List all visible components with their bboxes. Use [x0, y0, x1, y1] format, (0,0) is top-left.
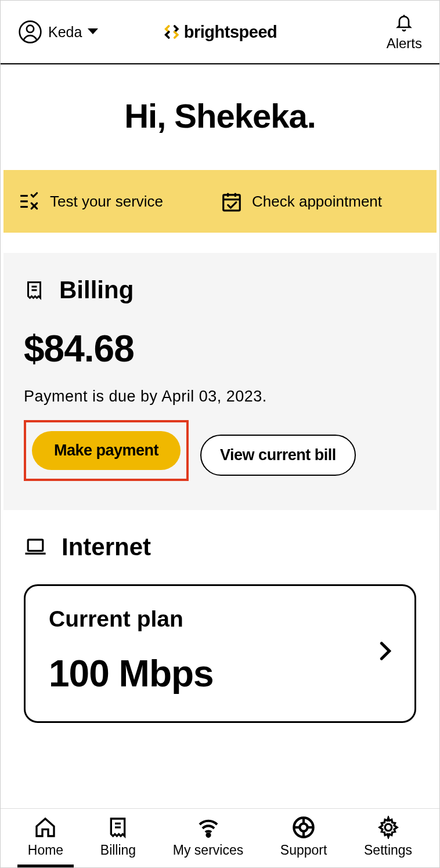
svg-point-23 — [385, 824, 392, 831]
brand-text: brightspeed — [184, 23, 277, 42]
plan-value: 100 Mbps — [49, 652, 214, 695]
billing-due-text: Payment is due by April 03, 2023. — [24, 388, 416, 406]
wifi-icon — [197, 816, 220, 839]
plan-label: Current plan — [49, 606, 214, 632]
svg-rect-6 — [223, 195, 240, 211]
alerts-button[interactable]: Alerts — [387, 12, 422, 52]
bottom-nav: Home Billing My services Support — [1, 808, 439, 867]
nav-support[interactable]: Support — [280, 816, 327, 863]
billing-icon — [106, 816, 129, 839]
nav-settings-label: Settings — [364, 842, 412, 858]
greeting-text: Hi, Shekeka. — [1, 96, 439, 135]
svg-point-1 — [27, 26, 34, 32]
support-icon — [292, 816, 315, 839]
brand-logo: brightspeed — [163, 23, 277, 42]
check-appointment-button[interactable]: Check appointment — [220, 190, 422, 212]
nav-billing-label: Billing — [100, 842, 136, 858]
user-icon — [18, 20, 42, 44]
checklist-icon — [18, 190, 41, 212]
chevron-right-icon — [380, 641, 391, 661]
calendar-check-icon — [220, 190, 243, 212]
user-menu[interactable]: Keda — [18, 20, 98, 44]
settings-icon — [377, 816, 400, 839]
user-name-label: Keda — [48, 24, 82, 41]
svg-rect-12 — [28, 540, 43, 551]
nav-services[interactable]: My services — [173, 816, 243, 863]
laptop-icon — [24, 538, 47, 556]
check-appointment-label: Check appointment — [252, 193, 382, 211]
greeting: Hi, Shekeka. — [1, 64, 439, 170]
view-bill-button[interactable]: View current bill — [200, 435, 356, 476]
billing-title: Billing — [59, 276, 134, 304]
billing-section: Billing $84.68 Payment is due by April 0… — [3, 253, 437, 510]
current-plan-card[interactable]: Current plan 100 Mbps — [24, 584, 416, 723]
bell-icon — [395, 12, 413, 33]
make-payment-button[interactable]: Make payment — [32, 431, 181, 470]
home-icon — [34, 816, 57, 839]
nav-services-label: My services — [173, 842, 243, 858]
alerts-label: Alerts — [387, 35, 422, 52]
nav-billing[interactable]: Billing — [100, 816, 136, 863]
nav-home[interactable]: Home — [28, 816, 63, 863]
internet-section: Internet Current plan 100 Mbps — [3, 525, 437, 732]
svg-point-18 — [300, 823, 307, 831]
highlight-annotation: Make payment — [24, 420, 189, 481]
internet-title: Internet — [62, 533, 151, 561]
receipt-icon — [24, 280, 45, 301]
nav-home-label: Home — [28, 842, 63, 858]
nav-settings[interactable]: Settings — [364, 816, 412, 863]
action-bar: Test your service Check appointment — [3, 170, 437, 233]
chevron-down-icon — [88, 28, 98, 35]
billing-amount: $84.68 — [24, 327, 416, 370]
test-service-button[interactable]: Test your service — [18, 190, 220, 212]
nav-support-label: Support — [280, 842, 327, 858]
brand-icon — [163, 23, 181, 41]
svg-point-16 — [207, 834, 210, 837]
test-service-label: Test your service — [50, 193, 163, 211]
